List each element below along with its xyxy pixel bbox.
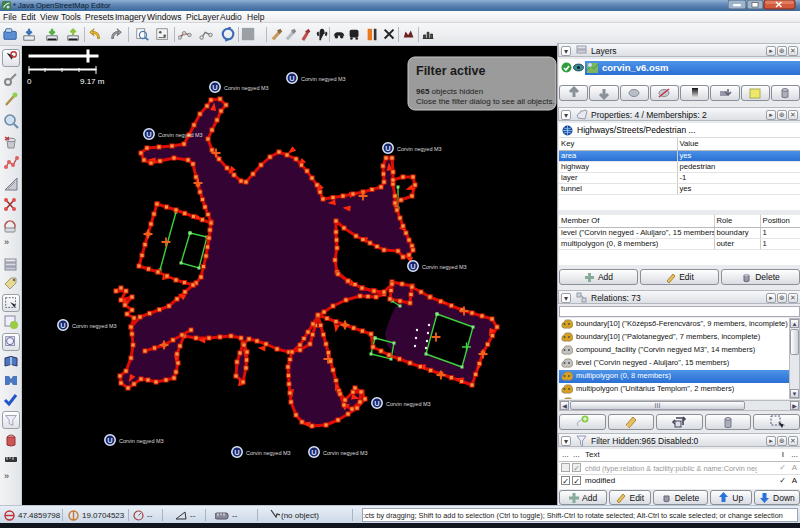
svg-text:U: U <box>311 448 316 457</box>
svg-text:U: U <box>289 74 294 83</box>
svg-text:Corvin negyed M3: Corvin negyed M3 <box>301 76 346 82</box>
svg-text:9.17 m: 9.17 m <box>80 77 105 86</box>
svg-text:Corvin negyed M3: Corvin negyed M3 <box>72 323 117 329</box>
svg-text:965 objects hidden: 965 objects hidden <box>416 87 483 96</box>
svg-text:U: U <box>410 262 415 271</box>
svg-text:Corvin negyed M3: Corvin negyed M3 <box>386 401 431 407</box>
svg-text:U: U <box>385 144 390 153</box>
svg-text:Corvin negyed M3: Corvin negyed M3 <box>323 450 368 456</box>
svg-text:U: U <box>374 399 379 408</box>
svg-text:Close the filter dialog to see: Close the filter dialog to see all objec… <box>416 97 555 106</box>
svg-text:Corvin negyed M3: Corvin negyed M3 <box>158 132 203 138</box>
svg-text:Corvin negyed M3: Corvin negyed M3 <box>397 146 442 152</box>
svg-text:Corvin negyed M3: Corvin negyed M3 <box>119 438 164 444</box>
svg-text:Corvin negyed M3: Corvin negyed M3 <box>246 450 291 456</box>
svg-text:U: U <box>212 83 217 92</box>
svg-text:U: U <box>234 448 239 457</box>
svg-text:U: U <box>60 321 65 330</box>
svg-text:Corvin negyed M3: Corvin negyed M3 <box>224 85 269 91</box>
svg-text:U: U <box>146 130 151 139</box>
svg-text:U: U <box>107 436 112 445</box>
svg-text:Corvin negyed M3: Corvin negyed M3 <box>422 264 467 270</box>
svg-text:Filter active: Filter active <box>416 64 486 78</box>
svg-text:0: 0 <box>27 77 32 86</box>
